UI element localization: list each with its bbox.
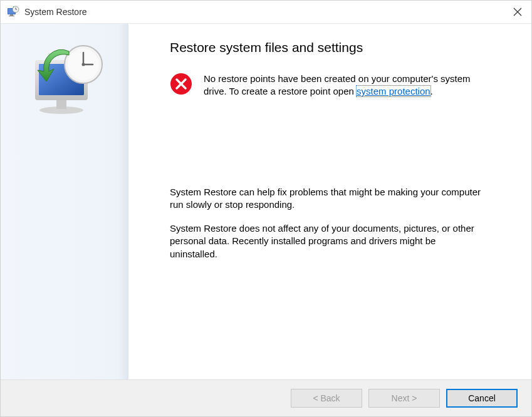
next-button: Next > <box>368 389 440 408</box>
sidebar <box>1 24 128 379</box>
svg-point-18 <box>82 63 85 66</box>
error-icon <box>170 73 192 95</box>
error-text-suffix: . <box>430 86 433 96</box>
description-1: System Restore can help fix problems tha… <box>170 186 483 212</box>
back-button: < Back <box>291 389 362 408</box>
window-title: System Restore <box>24 7 87 17</box>
description-2: System Restore does not affect any of yo… <box>170 222 483 260</box>
close-button[interactable] <box>503 1 531 23</box>
error-text: No restore points have been created on y… <box>204 73 488 98</box>
dialog-body: Restore system files and settings No res… <box>1 23 531 380</box>
svg-rect-3 <box>9 16 14 16</box>
content-area: Restore system files and settings No res… <box>128 24 531 379</box>
system-restore-dialog: System Restore <box>0 0 532 417</box>
app-icon <box>7 6 19 18</box>
page-heading: Restore system files and settings <box>170 40 488 55</box>
close-icon <box>513 8 522 16</box>
button-bar: < Back Next > Cancel <box>1 380 531 416</box>
titlebar: System Restore <box>1 1 531 23</box>
cancel-button[interactable]: Cancel <box>446 389 518 408</box>
svg-rect-2 <box>10 14 13 16</box>
error-message: No restore points have been created on y… <box>170 73 488 98</box>
system-protection-link[interactable]: system protection <box>357 86 430 96</box>
svg-rect-10 <box>56 99 66 109</box>
system-restore-icon <box>24 43 105 118</box>
